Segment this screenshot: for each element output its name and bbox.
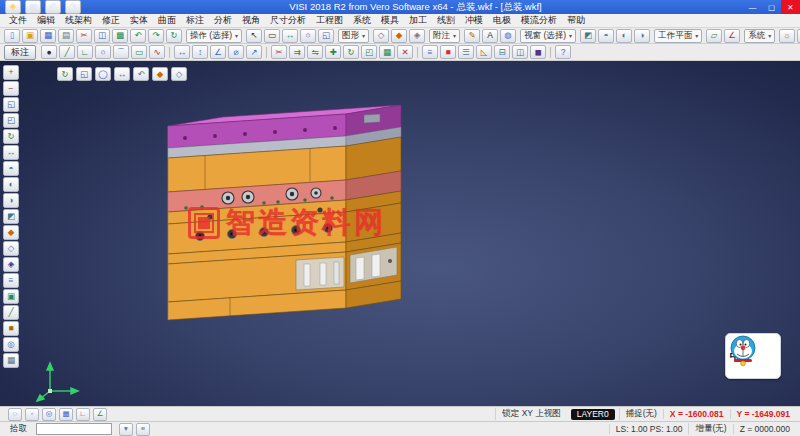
measure-icon[interactable]: ◺ [476,45,492,59]
lt-shaded-icon[interactable]: ◆ [3,225,19,240]
toolbar-group-dropdown[interactable]: 操作 (选择)▾ [186,29,242,43]
menu-item-16[interactable]: 冲模 [460,14,488,27]
toolbar-group-dropdown[interactable]: 工作平面▾ [654,29,702,43]
mold-model[interactable] [0,61,800,406]
wireframe-mode-icon[interactable]: ◇ [373,29,389,43]
ucs-icon[interactable]: ∠ [724,29,740,43]
snap-point-icon[interactable]: ◌ [8,408,22,421]
menu-item-19[interactable]: 帮助 [562,14,590,27]
rotate-icon[interactable]: ↻ [343,45,359,59]
lt-right-view-icon[interactable]: ◑ [3,193,19,208]
menu-item-4[interactable]: 修正 [97,14,125,27]
menu-item-15[interactable]: 线割 [432,14,460,27]
lt-zoom-fit-icon[interactable]: ◱ [3,97,19,112]
ortho-toggle-icon[interactable]: ∟ [76,408,90,421]
note-icon[interactable]: ✎ [464,29,480,43]
vt-shaded-icon[interactable]: ◆ [152,67,168,81]
menu-item-6[interactable]: 曲面 [153,14,181,27]
iso-view-icon[interactable]: ◩ [580,29,596,43]
lt-layers-icon[interactable]: ≡ [3,273,19,288]
line-icon[interactable]: ╱ [59,45,75,59]
lt-select-face-icon[interactable]: ▣ [3,289,19,304]
zoom-window-icon[interactable]: ◱ [318,29,334,43]
mirror-icon[interactable]: ⇋ [307,45,323,59]
section-icon[interactable]: ⊟ [494,45,510,59]
undo-icon[interactable]: ↶ [130,29,146,43]
menu-item-13[interactable]: 模具 [376,14,404,27]
input-history-icon[interactable]: ≡ [136,423,150,436]
right-view-icon[interactable]: ◑ [634,29,650,43]
balloon-icon[interactable]: ◍ [500,29,516,43]
close-button[interactable]: ✕ [781,0,800,14]
app-logo-icon[interactable]: ◈ [5,0,21,14]
lt-hide-icon[interactable]: ◈ [3,257,19,272]
workplane-icon[interactable]: ▱ [706,29,722,43]
color-swatch-icon[interactable]: ■ [440,45,456,59]
toolbar-group-dropdown[interactable]: 图形▾ [338,29,369,43]
lt-snap-icon[interactable]: ◎ [3,337,19,352]
menu-item-5[interactable]: 实体 [125,14,153,27]
vt-wireframe-icon[interactable]: ◇ [171,67,187,81]
array-icon[interactable]: ▦ [379,45,395,59]
lt-grid-icon[interactable]: ▦ [3,353,19,368]
maximize-button[interactable]: ▢ [762,0,781,14]
lt-pan-icon[interactable]: ↔ [3,145,19,160]
dim-linear-icon[interactable]: ↔ [174,45,190,59]
select-arrow-icon[interactable]: ↖ [246,29,262,43]
properties-icon[interactable]: ☰ [458,45,474,59]
lt-top-view-icon[interactable]: ◓ [3,161,19,176]
dim-diameter-icon[interactable]: ⌀ [228,45,244,59]
annotation-tab-chip[interactable]: 标注 [4,45,36,60]
settings-icon[interactable]: ☼ [779,29,795,43]
snap-center-icon[interactable]: ◎ [42,408,56,421]
lt-select-edge-icon[interactable]: ╱ [3,305,19,320]
menu-item-12[interactable]: 系统 [348,14,376,27]
rectangle-icon[interactable]: ▭ [131,45,147,59]
lt-zoom-in-icon[interactable]: + [3,65,19,80]
qat-redo-icon[interactable]: ↷ [65,0,81,14]
menu-item-2[interactable]: 编辑 [32,14,60,27]
arc-icon[interactable]: ⌒ [113,45,129,59]
copy-icon[interactable]: ◫ [94,29,110,43]
menu-item-11[interactable]: 工程图 [311,14,348,27]
front-view-icon[interactable]: ◐ [616,29,632,43]
menu-item-18[interactable]: 模流分析 [516,14,562,27]
circle-icon[interactable]: ○ [95,45,111,59]
qat-save-icon[interactable]: ▦ [25,0,41,14]
open-file-icon[interactable]: ▣ [22,29,38,43]
snap-mid-icon[interactable]: ◦ [25,408,39,421]
dim-vertical-icon[interactable]: ↕ [192,45,208,59]
render-icon[interactable]: ◼ [530,45,546,59]
paste-icon[interactable]: ▩ [112,29,128,43]
input-filter-icon[interactable]: ▾ [119,423,133,436]
trim-icon[interactable]: ✂ [271,45,287,59]
scale-icon[interactable]: ◰ [361,45,377,59]
layer-chip[interactable]: LAYER0 [571,409,615,420]
point-icon[interactable]: ● [41,45,57,59]
refresh-icon[interactable]: ↻ [166,29,182,43]
viewport-3d[interactable]: +−◱◰↻↔◓◐◑◩◆◇◈≡▣╱■◎▦ ↻◱◯↔↶◆◇ 智造资料网 中 [0,61,800,406]
leader-icon[interactable]: ↗ [246,45,262,59]
lt-select-body-icon[interactable]: ■ [3,321,19,336]
menu-item-17[interactable]: 电极 [488,14,516,27]
snap-grid-icon[interactable]: ▦ [59,408,73,421]
toolbar-group-dropdown[interactable]: 附注▾ [429,29,460,43]
vt-view-prev-icon[interactable]: ↶ [133,67,149,81]
vt-zoom-all-icon[interactable]: ◯ [95,67,111,81]
hidden-line-mode-icon[interactable]: ◈ [409,29,425,43]
print-icon[interactable]: ▤ [58,29,74,43]
layer-manager-icon[interactable]: ≡ [422,45,438,59]
spline-icon[interactable]: ∿ [149,45,165,59]
zoom-icon[interactable]: ○ [300,29,316,43]
select-window-icon[interactable]: ▭ [264,29,280,43]
command-input[interactable] [36,423,112,435]
cut-icon[interactable]: ✂ [76,29,92,43]
toolbar-group-dropdown[interactable]: 系统▾ [744,29,775,43]
lt-zoom-out-icon[interactable]: − [3,81,19,96]
move-icon[interactable]: ✚ [325,45,341,59]
top-view-icon[interactable]: ◓ [598,29,614,43]
text-label-icon[interactable]: A [482,29,498,43]
vt-zoom-window-icon[interactable]: ◱ [76,67,92,81]
new-file-icon[interactable]: ▯ [4,29,20,43]
minimize-button[interactable]: — [743,0,762,14]
